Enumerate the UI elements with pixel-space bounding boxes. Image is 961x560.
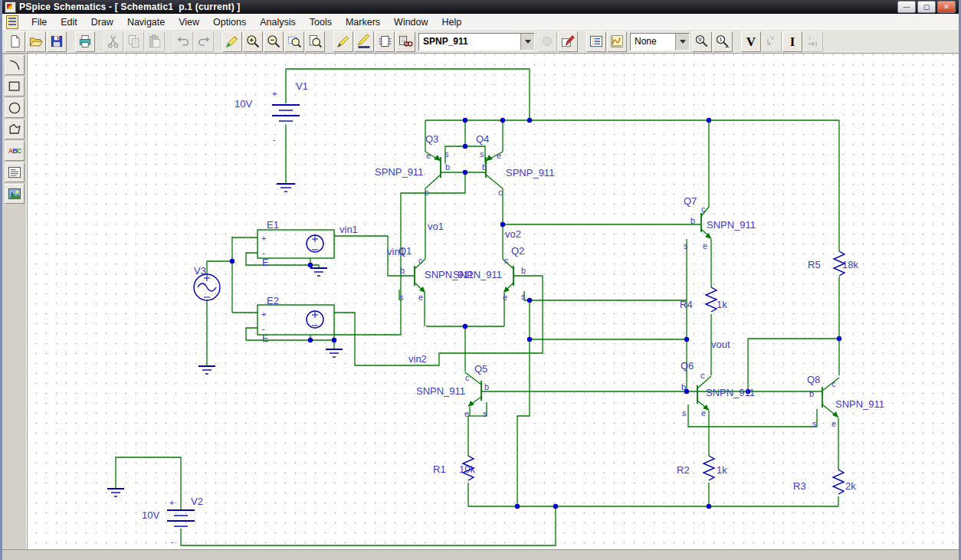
menu-window[interactable]: Window <box>387 15 435 29</box>
toolbar-button-open-file[interactable] <box>26 31 46 52</box>
resistor-r3 <box>833 470 844 494</box>
schematic-label: + <box>261 234 266 243</box>
menu-edit[interactable]: Edit <box>54 15 84 29</box>
schematic-label: 10V <box>235 98 252 110</box>
pspice-window: PSpice Schematics - [ Schematic1 p.1 (cu… <box>0 0 961 560</box>
ground-v1 <box>277 184 295 192</box>
schematic-label: vout <box>711 339 730 350</box>
part-combo[interactable]: SPNP_911 <box>418 33 535 51</box>
toolbar-button-draw-wire-pen[interactable] <box>222 31 242 52</box>
palette-button-arc-tool[interactable] <box>5 55 25 75</box>
schematic-label: vin1 <box>339 224 358 235</box>
toolbar-button-zoom-out[interactable] <box>264 31 284 52</box>
schematic-label: e <box>418 293 423 302</box>
toolbar-button-draw-bus[interactable] <box>354 31 374 52</box>
toolbar-button-zoom-page[interactable] <box>305 31 325 52</box>
palette-button-circle-tool[interactable] <box>5 98 25 118</box>
toolbar-button-current-level[interactable]: I <box>782 31 802 52</box>
schematic-label: E2 <box>267 295 279 306</box>
edit-symbol-icon <box>560 34 576 49</box>
schematic-label: E <box>262 257 269 268</box>
chevron-down-icon[interactable] <box>520 34 534 50</box>
schematic-label: V2 <box>191 496 203 507</box>
palette-button-insert-picture-tool[interactable] <box>5 184 25 204</box>
text-tool-icon: ABC <box>8 148 21 155</box>
wire <box>246 253 319 268</box>
schematic-label: b <box>484 382 489 391</box>
zoom-out-icon <box>266 34 281 49</box>
print-icon <box>77 34 93 49</box>
document-icon[interactable] <box>6 15 18 29</box>
toolbar-button-zoom-area[interactable] <box>284 31 304 52</box>
palette-button-text-tool[interactable]: ABC <box>5 141 25 161</box>
toolbar-button-zoom-in[interactable] <box>243 31 263 52</box>
schematic-label: s <box>812 419 817 428</box>
menu-tools[interactable]: Tools <box>303 15 339 29</box>
menu-options[interactable]: Options <box>206 15 253 29</box>
e-source-e1 <box>257 230 334 258</box>
toolbar-button-print[interactable] <box>75 31 95 52</box>
toolbar-group: None <box>586 31 733 52</box>
schematic-canvas[interactable]: V110V+-Q3Q4essebbSPNP_911SPNP_911ccvo1vo… <box>28 54 960 549</box>
toolbar-button-draw-wire[interactable] <box>333 31 353 52</box>
menu-view[interactable]: View <box>172 15 206 29</box>
schematic-label: R2 <box>677 464 690 476</box>
wire <box>207 261 232 274</box>
schematic-drawing: V110V+-Q3Q4essebbSPNP_911SPNP_911ccvo1vo… <box>28 54 960 549</box>
schematic-label: vo2 <box>505 228 521 240</box>
minimize-button[interactable]: — <box>897 1 916 13</box>
menu-draw[interactable]: Draw <box>84 15 120 29</box>
ground-e1 <box>310 268 327 276</box>
save-file-icon <box>49 34 64 49</box>
current-pin-marker-icon <box>805 34 821 49</box>
sine-source-v3 <box>194 274 220 300</box>
schematic-label: + <box>169 498 174 507</box>
maximize-button[interactable]: ▢ <box>917 1 936 13</box>
window-buttons: —▢✕ <box>897 1 956 13</box>
toolbar-button-new-file[interactable] <box>5 31 25 52</box>
toolbar-button-current-marker[interactable] <box>713 31 733 52</box>
palette-button-polyline-tool[interactable] <box>5 120 25 139</box>
marker-combo[interactable]: None <box>630 33 690 51</box>
menu-file[interactable]: File <box>25 15 54 29</box>
toolbar-group <box>75 31 96 52</box>
menu-analysis[interactable]: Analysis <box>253 15 303 29</box>
toolbar-button-save-file[interactable] <box>47 31 67 52</box>
transistor-q3 <box>425 152 486 188</box>
schematic-label: e <box>703 241 707 251</box>
battery-v2 <box>167 510 195 526</box>
toolbar-button-edit-symbol[interactable] <box>558 31 578 52</box>
toolbar-button-setup-analysis[interactable] <box>586 31 606 52</box>
schematic-label: 10k <box>459 463 475 475</box>
toolbar-button-draw-block[interactable] <box>375 31 395 52</box>
voltage-diff-marker-icon <box>764 34 779 49</box>
schematic-label: 10V <box>142 509 159 521</box>
menu-markers[interactable]: Markers <box>339 15 387 29</box>
transistor-q8 <box>822 378 839 418</box>
wire <box>334 276 543 365</box>
toolbar-button-get-new-part[interactable] <box>395 31 415 52</box>
schematic-label: c <box>418 256 423 265</box>
menu-navigate[interactable]: Navigate <box>120 15 172 29</box>
menu-help[interactable]: Help <box>435 15 469 29</box>
palette-button-text-box-tool[interactable] <box>5 162 25 182</box>
schematic-label: s <box>682 408 687 418</box>
draw-block-icon <box>377 34 392 49</box>
zoom-page-icon <box>307 34 323 49</box>
schematic-label: 1k <box>717 299 727 310</box>
window-title: PSpice Schematics - [ Schematic1 p.1 (cu… <box>19 2 241 12</box>
chevron-down-icon[interactable] <box>675 34 689 50</box>
schematic-label: s <box>684 241 688 251</box>
battery-v1 <box>272 105 300 121</box>
toolbar-button-voltage-marker[interactable] <box>692 31 712 52</box>
close-button[interactable]: ✕ <box>937 1 956 13</box>
arrow <box>832 411 838 418</box>
toolbar-button-voltage-level[interactable]: V <box>741 31 761 52</box>
box-tool-icon <box>7 79 22 94</box>
wire <box>748 339 839 391</box>
schematic-label: R4 <box>680 299 693 310</box>
current-level-icon: I <box>790 35 795 48</box>
toolbar-button-simulate[interactable] <box>607 31 627 52</box>
palette-button-box-tool[interactable] <box>5 77 25 97</box>
schematic-label: SNPN_911 <box>707 219 756 231</box>
